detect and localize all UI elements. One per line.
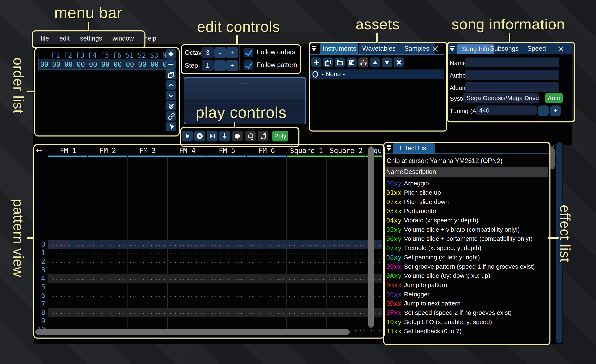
effect-entry[interactable]: 08xySet panning (x: left; y: right): [384, 253, 548, 262]
deep-clone-order-button[interactable]: [165, 111, 176, 121]
pattern-cell[interactable]: ··· ·· ·· ····: [287, 300, 326, 308]
duplicate-asset-button[interactable]: [323, 58, 333, 67]
tab-wavetables[interactable]: Wavetables: [359, 43, 399, 54]
pattern-expand-control[interactable]: ++: [36, 147, 43, 153]
record-button[interactable]: [232, 131, 243, 141]
channel-header-square-1[interactable]: Square 1: [287, 147, 326, 155]
order-edit-mode-button[interactable]: [165, 122, 176, 131]
collapse-icon[interactable]: [311, 45, 318, 52]
pattern-cell[interactable]: ··· ·· ·· ····: [287, 308, 326, 317]
collapse-icon[interactable]: [386, 145, 393, 152]
effect-entry[interactable]: 10xySetup LFO (x: enable; y: speed): [384, 317, 548, 327]
octave-decrease-button[interactable]: -: [214, 47, 226, 58]
menu-item-file[interactable]: file: [41, 35, 49, 42]
pattern-cell[interactable]: ··· ·· ·· ····: [207, 291, 247, 300]
close-song-info-button[interactable]: [557, 45, 564, 52]
order-cell-F3[interactable]: 00: [75, 60, 87, 68]
channel-header-fm-1[interactable]: FM 1: [48, 147, 88, 155]
pattern-cell[interactable]: ··· ·· ·· ····: [247, 257, 287, 266]
pattern-cell[interactable]: ··· ·· ·· ····: [207, 274, 247, 283]
effect-entry[interactable]: 09xxSet groove pattern (speed 1 if no gr…: [384, 262, 548, 271]
effect-entry[interactable]: 05xyVolume slide + vibrato (compatibilit…: [384, 225, 548, 234]
pattern-cell[interactable]: ··· ·· ·· ····: [207, 249, 247, 257]
tab-speed[interactable]: Speed: [527, 43, 544, 54]
pattern-cell[interactable]: ··· ·· ·· ····: [326, 274, 366, 283]
pattern-cell[interactable]: ··· ·· ·· ····: [128, 317, 167, 325]
pattern-cell[interactable]: ··· ·· ·· ····: [48, 291, 88, 300]
duplicate-order-end-button[interactable]: [165, 101, 176, 110]
pattern-cell[interactable]: ··· ·· ·· ····: [128, 300, 167, 308]
pattern-cell[interactable]: ··· ·· ·· ····: [326, 257, 366, 266]
pattern-cell[interactable]: ··· ·· ·· ····: [167, 274, 207, 283]
pattern-cell[interactable]: ··· ·· ·· ····: [48, 308, 88, 317]
pattern-cell[interactable]: ··· ·· ·· ····: [287, 257, 326, 266]
follow-orders-checkbox[interactable]: [244, 48, 253, 57]
repeat-button[interactable]: [258, 131, 268, 141]
pattern-cell[interactable]: ··· ·· ·· ····: [88, 283, 128, 291]
pattern-cell[interactable]: ··· ·· ·· ····: [128, 308, 167, 317]
play-pattern-button[interactable]: [194, 131, 205, 141]
pattern-cell[interactable]: ··· ·· ·· ····: [48, 300, 88, 308]
pattern-cell[interactable]: ··· ·· ·· ····: [247, 274, 287, 283]
menu-item-edit[interactable]: edit: [60, 35, 70, 42]
step-value[interactable]: 1: [201, 60, 214, 71]
delete-asset-button[interactable]: [394, 58, 404, 67]
order-cell-F1[interactable]: 00: [50, 60, 62, 68]
pattern-cell[interactable]: ··· ·· ·· ····: [326, 300, 366, 308]
pattern-cell[interactable]: ··· ·· ·· ····: [247, 317, 287, 325]
metronome-button[interactable]: [245, 131, 256, 141]
menu-item-settings[interactable]: settings: [80, 35, 102, 42]
pattern-cell[interactable]: ··· ·· ·· ····: [128, 257, 167, 266]
pattern-cell[interactable]: ··· ·· ·· ····: [287, 274, 326, 283]
pattern-cell[interactable]: ··· ·· ·· ····: [167, 317, 207, 325]
order-cell-F6[interactable]: 00: [112, 60, 124, 68]
pattern-cell[interactable]: ··· ·· ·· ····: [88, 266, 128, 274]
toggle-folders-button[interactable]: [358, 58, 368, 67]
order-cell-F5[interactable]: 00: [99, 60, 112, 68]
play-button[interactable]: [182, 131, 193, 141]
pattern-cell[interactable]: ··· ·· ·· ····: [207, 266, 247, 274]
pattern-cell[interactable]: ··· ·· ·· ····: [128, 266, 167, 274]
effect-entry[interactable]: 07xyTremolo (x: speed; y: depth): [384, 243, 548, 253]
pattern-cell[interactable]: ··· ·· ·· ····: [366, 325, 382, 334]
pattern-cell[interactable]: ··· ·· ·· ····: [88, 300, 128, 308]
channel-header-fm-6[interactable]: FM 6: [247, 147, 287, 155]
pattern-cell[interactable]: ··· ·· ·· ····: [88, 249, 128, 257]
pattern-cell[interactable]: ··· ·· ·· ····: [88, 257, 128, 266]
add-order-button[interactable]: [165, 49, 176, 59]
pattern-cell[interactable]: ··· ·· ·· ····: [167, 300, 207, 308]
pattern-cell[interactable]: ··· ·· ·· ····: [88, 317, 128, 325]
pattern-cell[interactable]: ··· ·· ·· ····: [326, 283, 366, 291]
pattern-row[interactable]: 8··· ·· ·· ······· ·· ·· ······· ·· ·· ·…: [34, 308, 382, 317]
effect-entry[interactable]: 0AxyVolume slide (0y: down; x0: up): [384, 271, 548, 280]
pattern-cell[interactable]: ··· ·· ·· ····: [207, 308, 247, 317]
pattern-cell[interactable]: ··· ·· ·· ····: [287, 266, 326, 274]
asset-list-item[interactable]: - None -: [310, 70, 444, 79]
tuning-decrease-button[interactable]: -: [538, 105, 549, 116]
effect-list-scrollbar[interactable]: [549, 147, 555, 169]
pattern-cell[interactable]: ··· ·· ·· ····: [167, 308, 207, 317]
system-select[interactable]: Sega Genesis/Mega Drive: [463, 93, 539, 103]
pattern-cell[interactable]: ··· ·· ·· ····: [326, 240, 366, 249]
pattern-row[interactable]: 6··· ·· ·· ······· ·· ·· ······· ·· ·· ·…: [34, 291, 382, 300]
system-auto-button[interactable]: Auto: [545, 93, 563, 103]
poly-button[interactable]: Poly: [272, 131, 288, 141]
tab-instruments[interactable]: Instruments: [320, 43, 358, 54]
pattern-cell[interactable]: ··· ·· ·· ····: [48, 283, 88, 291]
save-asset-button[interactable]: [347, 58, 357, 67]
effect-entry[interactable]: 0FxxSet speed (speed 2 if no grooves exi…: [384, 308, 548, 317]
pattern-cell[interactable]: ··· ·· ·· ····: [48, 249, 88, 257]
effect-entry[interactable]: 11xxSet feedback (0 to 7): [384, 327, 548, 336]
pattern-cell[interactable]: ··· ·· ·· ····: [48, 240, 88, 249]
pattern-cell[interactable]: ··· ·· ·· ····: [88, 308, 128, 317]
octave-increase-button[interactable]: +: [226, 47, 238, 58]
step-decrease-button[interactable]: -: [214, 60, 226, 71]
pattern-row[interactable]: 7··· ·· ·· ······· ·· ·· ······· ·· ·· ·…: [34, 300, 382, 308]
pattern-cell[interactable]: ··· ·· ·· ····: [247, 266, 287, 274]
pattern-cell[interactable]: ··· ·· ·· ····: [326, 291, 366, 300]
pattern-row[interactable]: 0··· ·· ·· ······· ·· ·· ······· ·· ·· ·…: [34, 240, 382, 249]
step-increase-button[interactable]: +: [226, 60, 238, 71]
octave-value[interactable]: 3: [201, 47, 214, 58]
pattern-vertical-scrollbar[interactable]: [368, 146, 374, 328]
order-cell-S2[interactable]: 00: [136, 60, 148, 68]
